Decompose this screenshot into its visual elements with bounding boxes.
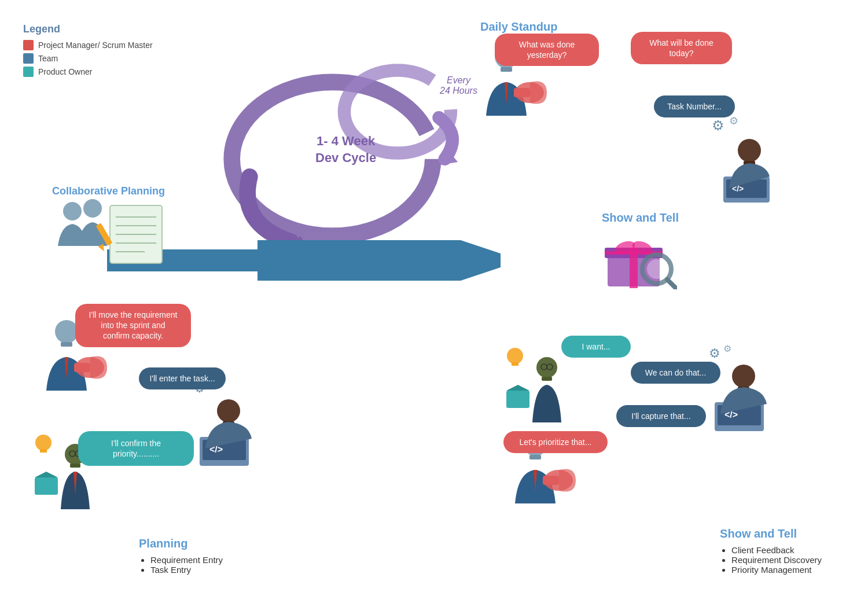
planning-team-person: ⚙ ⚙ </> bbox=[191, 376, 266, 469]
show-tell-upper-title: Show and Tell bbox=[602, 211, 679, 225]
legend-color-team bbox=[23, 53, 34, 64]
planning-item-2: Task Entry bbox=[150, 565, 223, 575]
planning-item-1: Requirement Entry bbox=[150, 555, 223, 565]
svg-line-33 bbox=[667, 280, 676, 288]
svg-rect-50 bbox=[70, 464, 80, 468]
legend-title: Legend bbox=[23, 23, 153, 35]
svg-rect-58 bbox=[542, 377, 552, 381]
show-tell-list: Client Feedback Requirement Discovery Pr… bbox=[720, 545, 822, 575]
legend-label-team: Team bbox=[38, 54, 58, 63]
svg-point-46 bbox=[35, 435, 52, 451]
planning-manager-bubble: I'll move the requirement into the sprin… bbox=[75, 304, 191, 347]
planning-owner-bubble: I'll confirm the priority.......... bbox=[78, 431, 194, 466]
svg-point-35 bbox=[55, 320, 78, 343]
svg-text:⚙: ⚙ bbox=[712, 117, 724, 133]
svg-rect-56 bbox=[506, 391, 529, 408]
daily-standup-title: Daily Standup bbox=[480, 20, 557, 34]
svg-text:⚙: ⚙ bbox=[729, 115, 738, 127]
svg-rect-38 bbox=[74, 363, 90, 372]
svg-point-21 bbox=[738, 139, 761, 162]
svg-rect-47 bbox=[40, 449, 47, 453]
show-tell-icon bbox=[602, 226, 677, 289]
show-tell-prioritize-bubble: Let's prioritize that... bbox=[503, 431, 608, 453]
legend-color-manager bbox=[23, 40, 34, 50]
legend-item-owner: Product Owner bbox=[23, 67, 153, 77]
svg-rect-72 bbox=[543, 476, 559, 485]
svg-point-11 bbox=[63, 202, 82, 220]
show-tell-dev-person: ⚙ ⚙ </> bbox=[706, 341, 781, 434]
svg-rect-55 bbox=[512, 362, 518, 366]
standup-person-right: ⚙ ⚙ </> bbox=[712, 113, 781, 205]
svg-rect-48 bbox=[35, 477, 58, 495]
planning-title: Planning bbox=[139, 537, 223, 550]
show-tell-item-3: Priority Management bbox=[731, 565, 822, 575]
planning-team-bubble: I'll enter the task... bbox=[139, 367, 226, 389]
svg-point-64 bbox=[732, 365, 755, 388]
planning-list: Requirement Entry Task Entry bbox=[139, 555, 223, 575]
legend: Legend Project Manager/ Scrum Master Tea… bbox=[23, 23, 153, 80]
collab-planning-figure bbox=[52, 194, 179, 269]
show-tell-section: Show and Tell Client Feedback Requiremen… bbox=[720, 527, 822, 575]
legend-item-team: Team bbox=[23, 53, 153, 64]
svg-text:⚙: ⚙ bbox=[709, 346, 720, 361]
show-tell-title: Show and Tell bbox=[720, 527, 822, 540]
standup-bubble-left: What was done yesterday? bbox=[495, 34, 599, 66]
svg-point-34 bbox=[647, 259, 667, 279]
standup-bubble-right: What will be done today? bbox=[631, 32, 732, 64]
show-tell-item-2: Requirement Discovery bbox=[731, 555, 822, 565]
svg-rect-36 bbox=[61, 342, 72, 347]
svg-rect-16 bbox=[501, 67, 512, 72]
planning-section: Planning Requirement Entry Task Entry bbox=[139, 537, 223, 575]
legend-label-owner: Product Owner bbox=[38, 67, 92, 76]
svg-point-41 bbox=[217, 399, 240, 422]
show-tell-capture-bubble: I'll capture that... bbox=[616, 405, 706, 427]
show-tell-item-1: Client Feedback bbox=[731, 545, 822, 555]
legend-color-owner bbox=[23, 67, 34, 77]
standup-task-bubble: Task Number... bbox=[654, 95, 735, 117]
legend-label-manager: Project Manager/ Scrum Master bbox=[38, 41, 153, 50]
every-24-text: Every 24 Hours bbox=[440, 75, 477, 96]
svg-point-54 bbox=[507, 348, 523, 364]
svg-point-12 bbox=[83, 199, 102, 218]
show-tell-iwant-bubble: I want... bbox=[561, 336, 631, 358]
legend-item-manager: Project Manager/ Scrum Master bbox=[23, 40, 153, 50]
svg-text:⚙: ⚙ bbox=[723, 344, 731, 354]
svg-rect-18 bbox=[514, 88, 530, 97]
dev-cycle-text: 1- 4 Week Dev Cycle bbox=[315, 133, 376, 166]
svg-rect-70 bbox=[529, 455, 541, 459]
